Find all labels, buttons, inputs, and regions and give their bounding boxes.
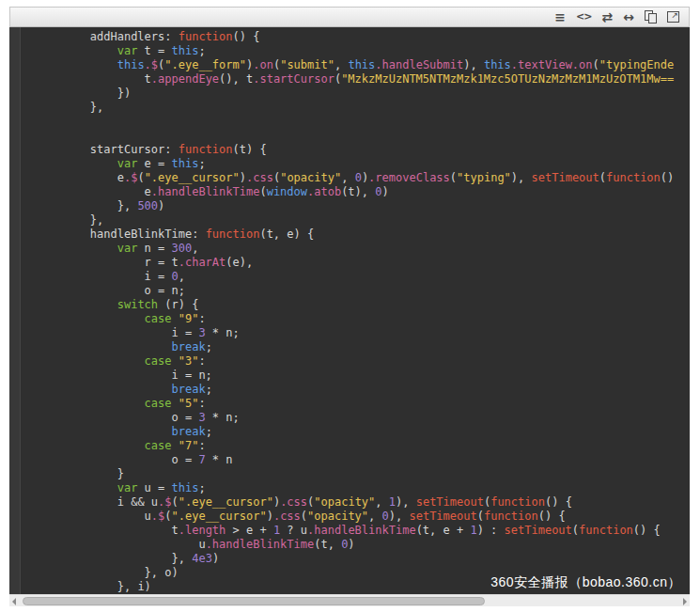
open-new-window-icon[interactable]: ↗ [667, 11, 679, 23]
code-widget: ≡ <> ⇄ ↔ ↗ addHandlers: function() { var… [9, 7, 690, 607]
horizontal-scrollbar[interactable] [9, 594, 690, 606]
code-line: break; [36, 425, 690, 439]
watermark: 360安全播报（bobao.360.cn） [490, 574, 681, 591]
line-numbers-icon[interactable]: ≡ [554, 8, 566, 26]
code-line: var t = this; [36, 44, 690, 58]
copy-icon[interactable] [645, 10, 657, 24]
code-line: handleBlinkTime: function(t, e) { [36, 228, 690, 242]
code-line: i = 0, [36, 270, 690, 284]
code-line: e.handleBlinkTime(window.atob(t), 0) [36, 185, 690, 199]
scroll-right-arrow-icon[interactable] [683, 598, 687, 605]
code-line: case "7": [36, 439, 690, 453]
code-line: startCursor: function(t) { [36, 143, 690, 157]
code-line: i && u.$(".eye__cursor").css("opacity", … [36, 495, 690, 510]
code-line: var u = this; [36, 481, 690, 495]
code-block: addHandlers: function() { var t = this; … [9, 27, 690, 594]
code-line: u.handleBlinkTime(t, 0) [36, 538, 690, 552]
code-line: case "5": [36, 397, 690, 411]
code-line: } [36, 467, 690, 481]
toggle-line-wrap-icon[interactable]: ⇄ [602, 8, 614, 26]
scroll-left-arrow-icon[interactable] [12, 598, 16, 605]
code-line: switch (r) { [36, 298, 690, 312]
north-east-arrow-icon: ↗ [671, 11, 678, 20]
code-line: o = 7 * n [36, 453, 690, 467]
code-line: t.length > e + 1 ? u.handleBlinkTime(t, … [36, 524, 690, 538]
code-line: i = 3 * n; [36, 326, 690, 340]
code-body: addHandlers: function() { var t = this; … [9, 27, 690, 606]
code-line: case "3": [36, 354, 690, 369]
code-line: }, 4e3) [36, 552, 690, 566]
code-line [36, 129, 690, 143]
code-line: }, [36, 213, 690, 228]
plain-code-icon[interactable]: <> [576, 8, 591, 26]
expand-code-icon[interactable]: ↔ [623, 8, 634, 26]
code-toolbar: ≡ <> ⇄ ↔ ↗ [9, 7, 690, 27]
code-line: t.appendEye(), t.startCursor("MzkzMzUzNT… [36, 72, 690, 86]
code-line: }, 500) [36, 199, 690, 213]
code-line: this.$(".eye__form").on("submit", this.h… [36, 58, 690, 72]
code-line: var e = this; [36, 157, 690, 171]
code-line: break; [36, 383, 690, 397]
code-line: e.$(".eye__cursor").css("opacity", 0).re… [36, 171, 690, 185]
horizontal-scrollbar-thumb[interactable] [23, 597, 485, 605]
code-line: }) [36, 86, 690, 101]
page: { "colors": { "bg": "#2f2f2f", "plain": … [0, 0, 700, 612]
code-line: r = t.charAt(e), [36, 256, 690, 270]
code-line: i = n; [36, 369, 690, 383]
code-line: }, [36, 101, 690, 115]
code-line: u.$(".eye__cursor").css("opacity", 0), s… [36, 510, 690, 524]
code-line: addHandlers: function() { [36, 30, 690, 44]
code-line: break; [36, 340, 690, 354]
code-line [36, 115, 690, 129]
code-line: var n = 300, [36, 242, 690, 256]
code-line: o = 3 * n; [36, 411, 690, 425]
code-line: o = n; [36, 284, 690, 298]
code-line: case "9": [36, 312, 690, 326]
